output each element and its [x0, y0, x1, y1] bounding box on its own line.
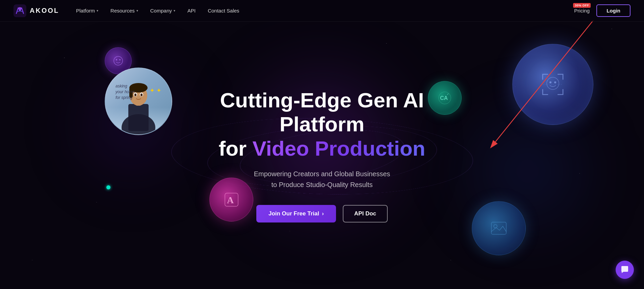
chevron-down-icon: ▾: [174, 9, 175, 12]
face-scan-icon: [538, 69, 568, 100]
nav-item-company[interactable]: Company ▾: [150, 8, 175, 14]
video-stars-decoration: ✦ ✦: [150, 87, 161, 94]
face-scan-orb: [512, 44, 593, 125]
login-button[interactable]: Login: [596, 4, 630, 17]
hero-section: Cutting-Edge Gen AI Platform for Video P…: [0, 0, 644, 289]
teal-dot-decoration: [106, 185, 110, 189]
svg-point-20: [549, 81, 551, 83]
svg-point-13: [116, 59, 117, 60]
svg-point-19: [547, 77, 559, 89]
svg-point-14: [119, 59, 121, 60]
image-icon: [489, 218, 509, 238]
video-preview-circle: asking your home for spring ✦ ✦: [105, 68, 172, 135]
chevron-down-icon: ▾: [136, 9, 138, 12]
hero-subtitle: Empowering Creators and Global Businesse…: [187, 168, 457, 190]
svg-point-21: [554, 81, 556, 83]
nav-item-platform[interactable]: Platform ▾: [76, 8, 98, 14]
video-text-overlay: asking your home for spring: [115, 83, 135, 100]
hero-buttons: Join Our Free Trial › API Doc: [187, 205, 457, 222]
svg-point-11: [140, 94, 143, 96]
nav-links: Platform ▾ Resources ▾ Company ▾ API Con…: [76, 8, 574, 14]
image-orb: [472, 201, 526, 255]
hero-title: Cutting-Edge Gen AI Platform for Video P…: [187, 88, 457, 160]
pricing-badge: 30% OFF: [573, 3, 591, 8]
nav-item-contact-sales[interactable]: Contact Sales: [208, 8, 239, 14]
chevron-down-icon: ▾: [97, 9, 98, 12]
svg-rect-3: [128, 104, 149, 131]
svg-point-12: [114, 56, 123, 65]
svg-point-24: [494, 225, 497, 228]
akool-logo-icon: [14, 4, 26, 17]
chat-icon: [620, 265, 629, 274]
person-silhouette: [115, 70, 162, 134]
logo-area[interactable]: AKOOL: [14, 4, 59, 17]
navbar: AKOOL Platform ▾ Resources ▾ Company ▾ A…: [0, 0, 644, 22]
chat-bubble-button[interactable]: [616, 261, 634, 279]
pricing-wrap[interactable]: 30% OFF Pricing: [574, 8, 590, 14]
svg-point-1: [19, 7, 21, 10]
emoji-face-icon: [113, 55, 124, 66]
pricing-link: Pricing: [574, 8, 590, 14]
logo-text: AKOOL: [30, 7, 59, 15]
nav-item-resources[interactable]: Resources ▾: [110, 8, 138, 14]
trial-button[interactable]: Join Our Free Trial ›: [256, 205, 336, 222]
api-doc-button[interactable]: API Doc: [343, 205, 388, 222]
nav-item-api[interactable]: API: [187, 8, 196, 14]
video-circle-inner: asking your home for spring ✦ ✦: [105, 68, 172, 134]
hero-content: Cutting-Edge Gen AI Platform for Video P…: [187, 88, 457, 222]
nav-right: 30% OFF Pricing Login: [574, 4, 630, 17]
